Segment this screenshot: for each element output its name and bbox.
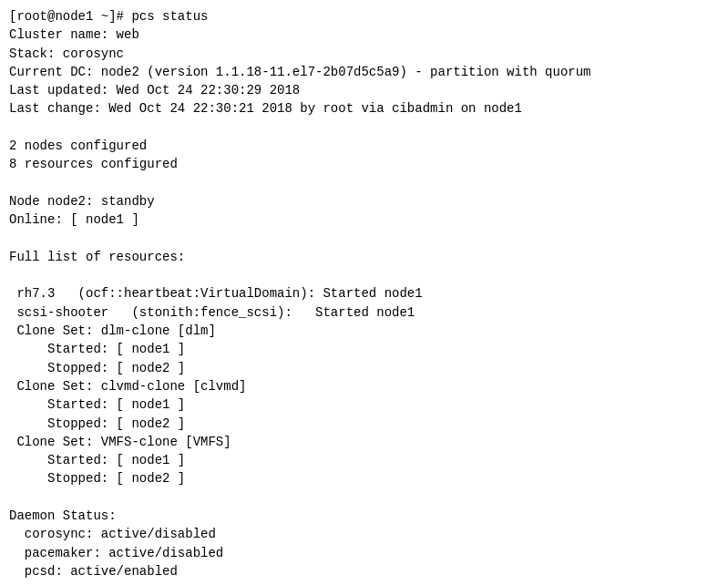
terminal-line-19: Started: [ node1 ] bbox=[9, 340, 719, 358]
terminal-line-27 bbox=[9, 488, 719, 507]
terminal-line-22: Started: [ node1 ] bbox=[9, 395, 719, 414]
terminal-line-10 bbox=[9, 174, 719, 192]
terminal-line-15 bbox=[9, 266, 719, 284]
terminal-line-17: scsi-shooter (stonith:fence_scsi): Start… bbox=[9, 303, 719, 322]
terminal-line-3: Stack: corosync bbox=[9, 45, 719, 63]
terminal-line-14: Full list of resources: bbox=[9, 248, 719, 266]
terminal-line-18: Clone Set: dlm-clone [dlm] bbox=[9, 322, 719, 340]
terminal-line-5: Last updated: Wed Oct 24 22:30:29 2018 bbox=[9, 81, 719, 99]
terminal-line-31: pcsd: active/enabled bbox=[9, 562, 719, 580]
terminal-line-16: rh7.3 (ocf::heartbeat:VirtualDomain): St… bbox=[9, 284, 719, 303]
terminal-line-26: Stopped: [ node2 ] bbox=[9, 469, 719, 488]
terminal-prompt-line[interactable]: [root@node1 ~]# bbox=[9, 580, 719, 585]
terminal-output: [root@node1 ~]# pcs status Cluster name:… bbox=[9, 7, 719, 585]
terminal-line-6: Last change: Wed Oct 24 22:30:21 2018 by… bbox=[9, 99, 719, 118]
terminal-line-4: Current DC: node2 (version 1.1.18-11.el7… bbox=[9, 63, 719, 81]
terminal-line-30: pacemaker: active/disabled bbox=[9, 544, 719, 562]
terminal-line-20: Stopped: [ node2 ] bbox=[9, 359, 719, 377]
terminal-line-2: Cluster name: web bbox=[9, 26, 719, 44]
terminal-line-12: Online: [ node1 ] bbox=[9, 210, 719, 229]
terminal-line-8: 2 nodes configured bbox=[9, 137, 719, 155]
terminal-line-24: Clone Set: VMFS-clone [VMFS] bbox=[9, 433, 719, 451]
terminal-line-11: Node node2: standby bbox=[9, 192, 719, 210]
terminal-line-7 bbox=[9, 118, 719, 137]
terminal-window: [root@node1 ~]# pcs status Cluster name:… bbox=[0, 0, 728, 585]
terminal-line-25: Started: [ node1 ] bbox=[9, 451, 719, 469]
terminal-line-9: 8 resources configured bbox=[9, 155, 719, 173]
terminal-line-21: Clone Set: clvmd-clone [clvmd] bbox=[9, 377, 719, 395]
terminal-line-13 bbox=[9, 230, 719, 248]
terminal-line-29: corosync: active/disabled bbox=[9, 525, 719, 543]
terminal-line-23: Stopped: [ node2 ] bbox=[9, 415, 719, 433]
terminal-line-1: [root@node1 ~]# pcs status bbox=[9, 7, 719, 26]
terminal-line-28: Daemon Status: bbox=[9, 507, 719, 525]
